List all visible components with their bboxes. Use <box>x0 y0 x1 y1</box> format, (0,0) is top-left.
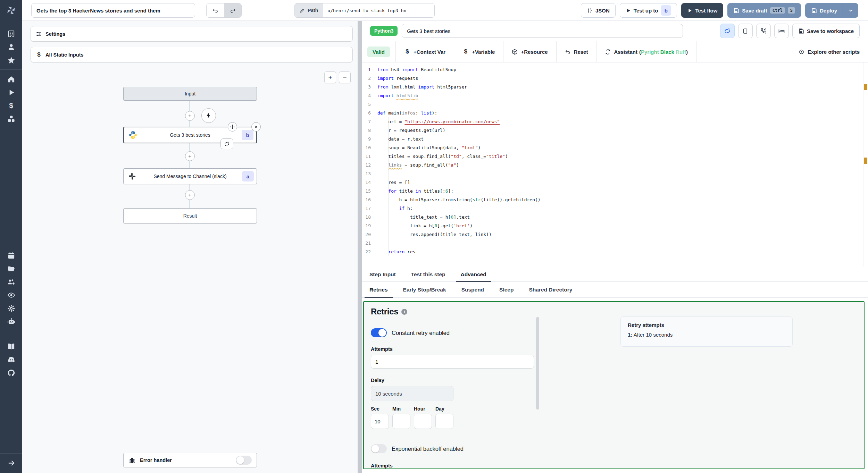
scan-eye-icon <box>799 49 804 55</box>
code-editor[interactable]: 1from bs4 import BeautifulSoup2import re… <box>362 62 868 267</box>
schedules-calendar-icon[interactable] <box>0 249 22 262</box>
delay-label: Delay <box>371 378 534 383</box>
assistant-pyright-status: Pyright <box>641 49 659 55</box>
hour-input[interactable] <box>414 414 432 429</box>
exponential-backoff-toggle[interactable] <box>371 444 387 453</box>
step-a-label: Send Message to Channel (slack) <box>153 174 226 179</box>
deploy-dropdown-button[interactable] <box>843 3 858 18</box>
json-button[interactable]: JSON <box>581 3 616 18</box>
sec-label: Sec <box>371 406 389 412</box>
plus-icon <box>187 113 192 118</box>
audit-logs-eye-icon[interactable] <box>0 288 22 302</box>
error-handler-toggle[interactable] <box>236 456 252 465</box>
trigger-bolt-button[interactable] <box>201 108 216 123</box>
add-context-var-button[interactable]: $+Context Var <box>396 41 454 62</box>
test-up-to-button[interactable]: Test up to b <box>620 3 677 18</box>
explore-other-scripts-button[interactable]: Explore other scripts <box>790 41 868 62</box>
runs-play-icon[interactable] <box>0 86 22 99</box>
suspend-button[interactable] <box>756 24 771 38</box>
windmill-logo-icon[interactable] <box>0 0 22 21</box>
day-label: Day <box>435 406 453 412</box>
flow-node-gets-3-best-stories[interactable]: Gets 3 best stories b <box>123 127 257 143</box>
insert-step-button[interactable] <box>185 111 195 121</box>
test-flow-button[interactable]: Test flow <box>681 3 723 18</box>
move-step-button[interactable] <box>228 122 237 132</box>
warning-marker <box>864 84 867 90</box>
flow-node-result[interactable]: Result <box>123 208 257 223</box>
assistant-black-status: Black <box>660 49 674 55</box>
add-variable-button[interactable]: $+Variable <box>454 41 503 62</box>
step-name-input[interactable] <box>402 24 683 38</box>
repeat-icon <box>224 141 230 147</box>
favorites-star-icon[interactable] <box>0 53 22 67</box>
subtab-sleep[interactable]: Sleep <box>492 282 521 297</box>
info-icon[interactable]: i <box>401 309 407 315</box>
zoom-in-button[interactable]: + <box>324 71 336 83</box>
retry-loop-indicator-button[interactable] <box>220 138 233 149</box>
github-icon[interactable] <box>0 366 22 379</box>
repeat-icon <box>724 27 731 34</box>
undo-redo-group <box>206 3 242 18</box>
workers-bot-icon[interactable] <box>0 315 22 328</box>
tab-step-input[interactable]: Step Input <box>362 267 403 281</box>
collapse-sidebar-arrow-icon[interactable] <box>0 456 22 470</box>
undo-button[interactable] <box>207 3 224 17</box>
subtab-suspend[interactable]: Suspend <box>454 282 492 297</box>
tab-test-this-step[interactable]: Test this step <box>403 267 453 281</box>
panel-resize-divider[interactable] <box>358 21 362 473</box>
flow-node-input[interactable]: Input <box>123 87 257 101</box>
save-to-workspace-button[interactable]: Save to workspace <box>792 24 860 38</box>
folders-icon[interactable] <box>0 262 22 275</box>
step-tabs: Step Input Test this step Advanced <box>362 267 868 282</box>
discord-icon[interactable] <box>0 353 22 366</box>
groups-icon[interactable] <box>0 275 22 288</box>
stop-early-button[interactable] <box>738 24 753 38</box>
error-handler-node[interactable]: Error handler <box>123 453 257 467</box>
all-static-inputs-bar[interactable]: $ All Static Inputs <box>31 47 353 62</box>
retries-indicator-button[interactable] <box>720 24 735 38</box>
settings-gear-icon[interactable] <box>0 302 22 315</box>
resources-cubes-icon[interactable] <box>0 112 22 125</box>
flow-graph-panel: Settings $ All Static Inputs + − Input <box>22 21 358 473</box>
exponential-backoff-label: Exponential backoff enabled <box>392 446 464 452</box>
variables-icon[interactable]: $ <box>0 99 22 112</box>
step-a-id-badge: a <box>242 171 254 181</box>
sec-input[interactable] <box>371 414 389 429</box>
min-input[interactable] <box>392 414 410 429</box>
path-chip: Path <box>294 3 323 18</box>
add-resource-button[interactable]: +Resource <box>503 41 556 62</box>
retries-scrollbar[interactable] <box>536 317 539 409</box>
delete-step-button[interactable] <box>251 122 261 132</box>
user-icon[interactable] <box>0 40 22 53</box>
reset-button[interactable]: Reset <box>557 41 597 62</box>
subtab-shared-directory[interactable]: Shared Directory <box>521 282 580 297</box>
docs-book-icon[interactable] <box>0 340 22 353</box>
flow-title-input[interactable] <box>31 3 195 18</box>
kbd-ctrl: Ctrl <box>770 7 785 14</box>
deploy-button[interactable]: Deploy <box>805 3 843 18</box>
delay-input[interactable] <box>371 386 453 401</box>
zoom-out-button[interactable]: − <box>339 71 351 83</box>
workspace-icon[interactable] <box>0 27 22 40</box>
constant-retry-toggle[interactable] <box>371 328 387 337</box>
save-draft-button[interactable]: Save draft Ctrl S <box>727 3 801 18</box>
flow-node-send-message[interactable]: Send Message to Channel (slack) a <box>123 168 257 184</box>
result-node-label: Result <box>183 213 197 219</box>
path-input[interactable] <box>323 3 435 18</box>
overview-ruler[interactable] <box>863 62 867 267</box>
flow-settings-bar[interactable]: Settings <box>31 26 353 42</box>
assistant-button[interactable]: Assistant (Pyright Black Ruff) <box>596 41 696 62</box>
sleep-button[interactable] <box>774 24 789 38</box>
day-input[interactable] <box>435 414 453 429</box>
redo-button[interactable] <box>224 3 241 17</box>
insert-step-button[interactable] <box>185 151 195 161</box>
flow-canvas[interactable]: + − Input Gets 3 best stories b <box>22 67 358 473</box>
editor-toolbar: Valid $+Context Var $+Variable +Resource… <box>362 41 868 62</box>
subtab-retries[interactable]: Retries <box>362 282 395 297</box>
tab-advanced[interactable]: Advanced <box>453 267 494 281</box>
indent-guide <box>399 195 399 239</box>
home-icon[interactable] <box>0 73 22 86</box>
subtab-early-stop[interactable]: Early Stop/Break <box>395 282 454 297</box>
attempts-input[interactable] <box>371 355 534 369</box>
insert-step-button[interactable] <box>185 190 195 200</box>
